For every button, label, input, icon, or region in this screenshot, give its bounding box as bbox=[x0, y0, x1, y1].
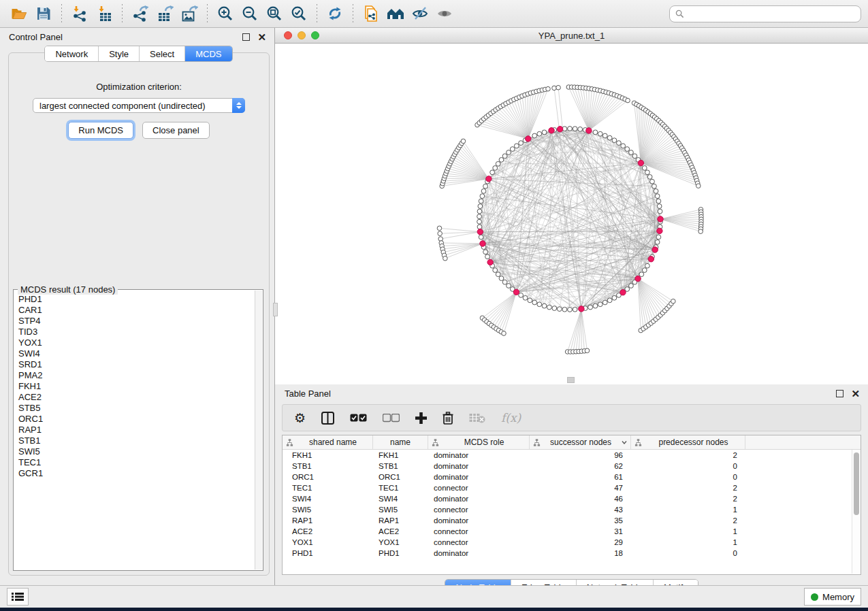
criterion-value: largest connected component (undirected) bbox=[33, 101, 232, 111]
toolbar-separator bbox=[207, 4, 208, 23]
mcds-result-item[interactable]: CAR1 bbox=[18, 305, 255, 316]
save-button[interactable] bbox=[31, 3, 56, 24]
mcds-result-item[interactable]: STB5 bbox=[18, 403, 255, 414]
mcds-result-item[interactable]: PMA2 bbox=[18, 370, 255, 381]
column-label: successor nodes bbox=[541, 437, 621, 447]
mcds-result-item[interactable]: TID3 bbox=[18, 327, 255, 337]
mcds-result-item[interactable]: STP4 bbox=[18, 316, 255, 327]
export-table-button[interactable] bbox=[152, 3, 177, 24]
select-all-button[interactable] bbox=[350, 410, 367, 426]
table-scrollbar[interactable] bbox=[852, 450, 861, 574]
mcds-result-item[interactable]: SWI5 bbox=[18, 446, 255, 457]
mcds-result-list[interactable]: PHD1CAR1STP4TID3YOX1SWI4SRD1PMA2FKH1ACE2… bbox=[14, 294, 255, 569]
table-row[interactable]: SWI4SWI4dominator462 bbox=[283, 493, 861, 504]
cell-shared_name: ACE2 bbox=[283, 527, 373, 535]
table-row[interactable]: TEC1TEC1connector472 bbox=[283, 482, 861, 493]
column-header-name[interactable]: name bbox=[373, 435, 428, 449]
network-view-window: YPA_prune.txt_1 bbox=[275, 28, 868, 384]
float-panel-icon[interactable] bbox=[242, 33, 250, 41]
table-row[interactable]: PHD1PHD1dominator180 bbox=[283, 548, 861, 559]
home-views-button[interactable] bbox=[383, 3, 408, 24]
column-header-mcds_role[interactable]: MCDS role bbox=[428, 435, 530, 449]
table-row[interactable]: ACE2ACE2connector311 bbox=[283, 526, 861, 537]
tab-mcds[interactable]: MCDS bbox=[185, 46, 231, 61]
cell-predecessor_nodes: 0 bbox=[631, 473, 745, 481]
search-input[interactable] bbox=[688, 8, 855, 19]
cell-name: TEC1 bbox=[373, 484, 428, 492]
zoom-selected-button[interactable] bbox=[287, 3, 311, 24]
table-settings-button[interactable]: ⚙ bbox=[294, 410, 306, 426]
mcds-result-item[interactable]: ACE2 bbox=[18, 392, 255, 403]
close-panel-icon[interactable]: ✕ bbox=[257, 32, 266, 42]
table-body: FKH1FKH1dominator962STB1STB1dominator620… bbox=[283, 450, 861, 559]
run-mcds-button[interactable]: Run MCDS bbox=[68, 122, 133, 139]
task-history-button[interactable] bbox=[7, 588, 29, 606]
column-header-predecessor_nodes[interactable]: predecessor nodes bbox=[631, 435, 745, 449]
float-panel-icon[interactable] bbox=[836, 390, 843, 397]
mcds-result-item[interactable]: TEC1 bbox=[18, 457, 255, 468]
control-panel: Control Panel ✕ Network Style Select MCD… bbox=[3, 28, 275, 585]
mcds-result-item[interactable]: SRD1 bbox=[18, 359, 255, 370]
open-button[interactable] bbox=[7, 3, 31, 24]
cell-name: PHD1 bbox=[373, 549, 428, 557]
memory-label: Memory bbox=[822, 592, 854, 602]
close-panel-icon[interactable]: ✕ bbox=[851, 389, 860, 399]
zoom-in-icon bbox=[216, 5, 234, 22]
mcds-result-scrollbar[interactable] bbox=[255, 291, 262, 569]
divider-grip[interactable] bbox=[567, 377, 575, 383]
delete-column-button[interactable] bbox=[443, 410, 453, 426]
add-column-button[interactable] bbox=[415, 410, 427, 426]
apply-function-button[interactable]: f(x) bbox=[501, 410, 521, 426]
network-view-title: YPA_prune.txt_1 bbox=[275, 31, 868, 41]
mcds-result-item[interactable]: FKH1 bbox=[18, 381, 255, 392]
column-header-successor_nodes[interactable]: successor nodes bbox=[530, 435, 631, 449]
mcds-result-item[interactable]: SWI4 bbox=[18, 348, 255, 359]
mcds-result-item[interactable]: GCR1 bbox=[18, 468, 255, 479]
table-scrollbar-thumb[interactable] bbox=[854, 452, 859, 515]
table-row[interactable]: ORC1ORC1dominator610 bbox=[283, 472, 861, 482]
memory-button[interactable]: Memory bbox=[804, 588, 861, 606]
mcds-result-item[interactable]: ORC1 bbox=[18, 414, 255, 425]
export-network-icon bbox=[131, 5, 149, 22]
close-panel-button[interactable]: Close panel bbox=[142, 122, 210, 139]
tab-select[interactable]: Select bbox=[140, 46, 185, 61]
table-row[interactable]: STB1STB1dominator620 bbox=[283, 461, 861, 472]
tab-style[interactable]: Style bbox=[99, 46, 140, 61]
table-row[interactable]: FKH1FKH1dominator962 bbox=[283, 450, 861, 461]
refresh-layout-button[interactable] bbox=[323, 3, 347, 24]
show-all-button[interactable] bbox=[432, 3, 457, 24]
table-row[interactable]: SWI5SWI5connector431 bbox=[283, 504, 861, 515]
show-columns-button[interactable] bbox=[321, 410, 334, 426]
cell-mcds_role: connector bbox=[428, 527, 530, 535]
export-image-button[interactable] bbox=[177, 3, 202, 24]
cell-predecessor_nodes: 1 bbox=[631, 527, 745, 535]
cell-successor_nodes: 35 bbox=[530, 516, 631, 525]
hide-selected-button[interactable] bbox=[408, 3, 432, 24]
zoom-in-button[interactable] bbox=[213, 3, 238, 24]
deselect-all-button[interactable] bbox=[383, 410, 400, 426]
zoom-fit-button[interactable] bbox=[262, 3, 287, 24]
status-bar: Memory bbox=[0, 585, 868, 608]
network-canvas[interactable] bbox=[275, 44, 868, 384]
export-image-icon bbox=[180, 5, 198, 22]
column-header-shared_name[interactable]: shared name bbox=[283, 435, 373, 449]
export-document-button[interactable] bbox=[359, 3, 383, 24]
table-row[interactable]: YOX1YOX1connector291 bbox=[283, 537, 861, 548]
network-graph[interactable] bbox=[275, 44, 868, 384]
cell-name: ORC1 bbox=[373, 473, 428, 481]
panel-split-handle[interactable] bbox=[273, 303, 278, 316]
export-network-button[interactable] bbox=[128, 3, 152, 24]
import-network-button[interactable] bbox=[67, 3, 92, 24]
mcds-result-item[interactable]: STB1 bbox=[18, 435, 255, 446]
mcds-result-item[interactable]: YOX1 bbox=[18, 337, 255, 348]
cell-mcds_role: dominator bbox=[428, 495, 530, 503]
mcds-result-item[interactable]: RAP1 bbox=[18, 425, 255, 435]
zoom-out-button[interactable] bbox=[238, 3, 262, 24]
delete-table-button[interactable] bbox=[469, 410, 485, 426]
import-table-button[interactable] bbox=[92, 3, 116, 24]
eye-icon bbox=[436, 5, 453, 22]
table-row[interactable]: RAP1RAP1dominator352 bbox=[283, 515, 861, 526]
mcds-result-item[interactable]: PHD1 bbox=[18, 294, 255, 305]
tab-network[interactable]: Network bbox=[45, 46, 99, 61]
criterion-dropdown[interactable]: largest connected component (undirected) bbox=[33, 98, 245, 113]
